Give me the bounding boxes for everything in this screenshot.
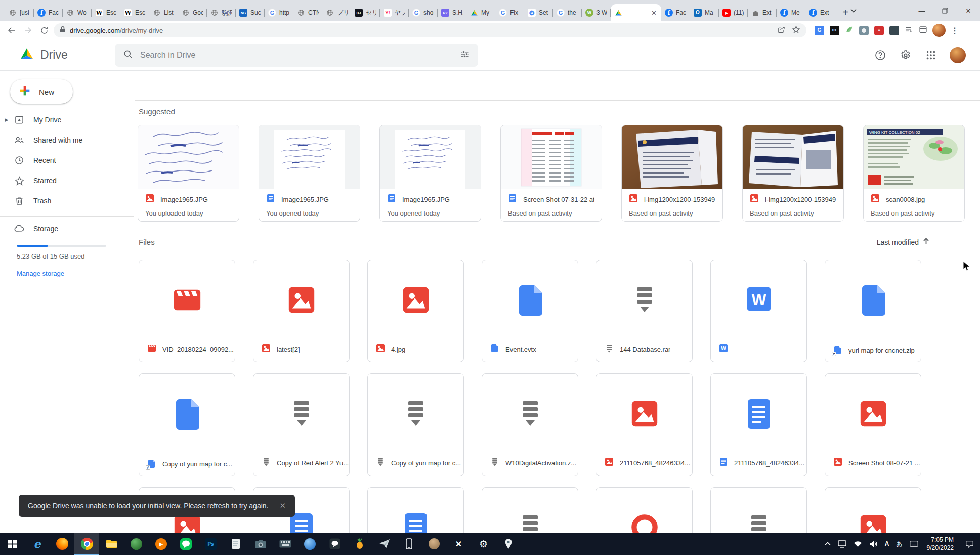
- browser-tab[interactable]: ▶(11): [719, 4, 748, 21]
- browser-tab[interactable]: RZS.H.: [438, 4, 466, 21]
- taskbar-chat-app-icon[interactable]: [322, 533, 347, 555]
- browser-tab[interactable]: Goo: [178, 4, 207, 21]
- address-bar[interactable]: drive.google.com/drive/my-drive: [54, 23, 806, 37]
- minimize-button[interactable]: —: [910, 0, 933, 21]
- taskbar-fruit-app-icon[interactable]: [347, 533, 372, 555]
- file-tile[interactable]: Copy of yuri map for c...: [367, 373, 464, 476]
- tray-ime-a-icon[interactable]: A: [881, 533, 893, 555]
- taskbar-media-player-icon[interactable]: ▶: [149, 533, 174, 555]
- suggested-card[interactable]: WING KIT COLLECTION 02scan0008.jpgBased …: [863, 125, 965, 222]
- taskbar-camera-icon[interactable]: [248, 533, 273, 555]
- taskbar-line-icon[interactable]: [174, 533, 198, 555]
- file-tile[interactable]: latest[2]: [253, 260, 350, 362]
- taskbar-start-icon[interactable]: [0, 533, 25, 555]
- browser-tab[interactable]: CTN: [293, 4, 322, 21]
- new-button[interactable]: New: [10, 79, 73, 104]
- browser-tab[interactable]: GFix: [495, 4, 524, 21]
- playlist-extension-icon[interactable]: [905, 25, 913, 36]
- apps-grid-icon[interactable]: [924, 49, 938, 62]
- taskbar-firefox-icon[interactable]: [50, 533, 74, 555]
- tray-volume-icon[interactable]: [866, 533, 881, 555]
- file-tile[interactable]: WW: [710, 260, 807, 362]
- search-options-icon[interactable]: [460, 49, 470, 61]
- sidebar-item-shared-with-me[interactable]: Shared with me: [0, 130, 134, 150]
- suggested-card[interactable]: i-img1200x1200-1539496...Based on past a…: [742, 125, 844, 222]
- taskbar-clock[interactable]: 7:05 PM 9/20/2022: [922, 536, 959, 552]
- tray-keyboard-icon[interactable]: [906, 533, 922, 555]
- taskbar-edge-icon[interactable]: e: [25, 533, 50, 555]
- toast-close-icon[interactable]: ✕: [279, 501, 286, 510]
- file-tile[interactable]: Screen Shot 08-07-21 ...: [825, 373, 921, 476]
- file-tile[interactable]: 211105768_48246334...: [596, 373, 693, 476]
- file-tile[interactable]: W10DigitalActivation.z...: [482, 373, 578, 476]
- browser-tab[interactable]: Y!ヤフ: [380, 4, 409, 21]
- drive-search-bar[interactable]: [115, 44, 478, 67]
- tray-network-icon[interactable]: [850, 533, 866, 555]
- tab-search-chevron-icon[interactable]: [843, 0, 864, 21]
- share-icon[interactable]: [777, 25, 786, 36]
- tray-ime-kana-icon[interactable]: あ: [892, 533, 906, 555]
- taskbar-phone-app-icon[interactable]: [397, 533, 421, 555]
- browser-profile-avatar[interactable]: [932, 24, 946, 37]
- browser-tab[interactable]: [usi: [5, 4, 34, 21]
- browser-tab[interactable]: fFac: [34, 4, 63, 21]
- search-input[interactable]: [139, 50, 454, 60]
- screenshot-extension-icon[interactable]: [859, 26, 869, 35]
- sidebar-item-starred[interactable]: Starred: [0, 170, 134, 191]
- suggested-card[interactable]: Image1965.JPGYou opened today: [259, 125, 360, 222]
- browser-tab[interactable]: Gthe: [553, 4, 582, 21]
- tab-close-icon[interactable]: ✕: [650, 9, 658, 17]
- sidebar-item-recent[interactable]: Recent: [0, 150, 134, 170]
- browser-tab[interactable]: BJセリ: [351, 4, 380, 21]
- browser-tab[interactable]: Gsho: [409, 4, 438, 21]
- sidebar-item-trash[interactable]: Trash: [0, 191, 134, 211]
- taskbar-figure-app-icon[interactable]: [421, 533, 446, 555]
- sort-direction-arrow-icon[interactable]: [923, 238, 929, 246]
- action-center-icon[interactable]: [959, 533, 980, 555]
- browser-tab[interactable]: Wo: [63, 4, 92, 21]
- site-lock-icon[interactable]: [60, 26, 66, 35]
- file-tile[interactable]: 211105768_48246334...: [710, 373, 807, 476]
- browser-tab[interactable]: fFac: [661, 4, 690, 21]
- browser-menu-icon[interactable]: ⋮: [949, 26, 961, 35]
- close-window-button[interactable]: ✕: [957, 0, 980, 21]
- taskbar-green-app-icon[interactable]: [124, 533, 149, 555]
- bookmark-star-icon[interactable]: [792, 25, 800, 36]
- browser-tab[interactable]: My: [466, 4, 495, 21]
- suggested-card[interactable]: Image1965.JPGYou opened today: [379, 125, 481, 222]
- suggested-card[interactable]: i-img1200x1200-1539496...Based on past a…: [621, 125, 723, 222]
- taskbar-photoshop-icon[interactable]: Ps: [198, 533, 223, 555]
- taskbar-settings-icon[interactable]: ⚙: [471, 533, 496, 555]
- window-extension-icon[interactable]: [919, 25, 927, 36]
- browser-tab[interactable]: w3 W: [582, 4, 611, 21]
- darkbox-extension-icon[interactable]: [889, 26, 899, 35]
- suggested-card[interactable]: Image1965.JPGYou uploaded today: [138, 125, 239, 222]
- browser-tab[interactable]: プリ: [322, 4, 351, 21]
- help-icon[interactable]: [874, 49, 887, 62]
- leaf-extension-icon[interactable]: [845, 25, 854, 36]
- taskbar-chrome-icon[interactable]: [74, 533, 99, 555]
- taskbar-notepad-icon[interactable]: [223, 533, 248, 555]
- browser-tab[interactable]: List: [149, 4, 178, 21]
- file-tile[interactable]: 4.jpg: [367, 260, 464, 362]
- expand-caret-icon[interactable]: ▶: [0, 117, 13, 122]
- back-icon[interactable]: [5, 24, 18, 37]
- sort-control[interactable]: Last modified: [877, 238, 929, 246]
- browser-tab[interactable]: fMe: [777, 4, 805, 21]
- browser-tab[interactable]: Ghttp: [265, 4, 293, 21]
- browser-tab[interactable]: ⚙Set: [524, 4, 553, 21]
- account-avatar[interactable]: [950, 47, 966, 63]
- file-tile[interactable]: Copy of Red Alert 2 Yu...: [253, 373, 350, 476]
- tray-display-icon[interactable]: [834, 533, 850, 555]
- tab-active-drive[interactable]: ✕: [611, 4, 661, 21]
- taskbar-paper-plane-icon[interactable]: [372, 533, 397, 555]
- taskbar-explorer-icon[interactable]: [99, 533, 124, 555]
- browser-tab[interactable]: WEsc: [120, 4, 149, 21]
- suggested-card[interactable]: Screen Shot 07-31-22 at ...Based on past…: [500, 125, 602, 222]
- reload-icon[interactable]: [37, 24, 51, 37]
- translate-extension-icon[interactable]: G: [815, 26, 824, 35]
- file-tile[interactable]: ↱Copy of yuri map for c...: [139, 373, 235, 476]
- settings-gear-icon[interactable]: [899, 49, 912, 62]
- browser-tab[interactable]: OMa: [690, 4, 719, 21]
- taskbar-pin-app-icon[interactable]: [496, 533, 521, 555]
